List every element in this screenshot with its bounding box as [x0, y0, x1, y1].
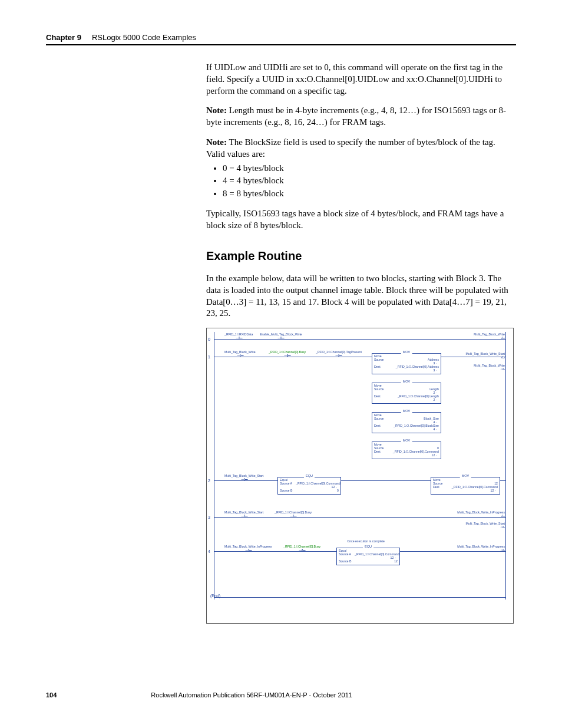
- mov-box: MOV Move Source0 Dest_RFID_1:O.Channel[0…: [372, 442, 441, 459]
- paragraph-example: In the example below, data will be writt…: [206, 273, 513, 319]
- list-item: 0 = 4 bytes/block: [223, 163, 513, 174]
- publication-info: Rockwell Automation Publication 56RF-UM0…: [151, 691, 352, 699]
- mov-box: MOV Move SourceAddress 3 ← Dest_RFID_1:O…: [372, 353, 441, 374]
- page-header: Chapter 9 RSLogix 5000 Code Examples: [46, 33, 516, 45]
- list-item: 8 = 8 bytes/block: [223, 188, 513, 200]
- rung-comment: Once execution is complete: [336, 539, 395, 543]
- mov-box: MOV Move Source12 Dest_RFID_1:O.Channel[…: [431, 477, 500, 495]
- paragraph-uid: If UIDLow and UIDHi are set to 0, this c…: [206, 62, 513, 97]
- note-length: Note: Length must be in 4-byte increment…: [206, 105, 513, 129]
- blocksize-list: 0 = 4 bytes/block 4 = 4 bytes/block 8 = …: [223, 163, 513, 200]
- mov-box: MOV Move SourceBlock_Size 4 ← Dest_RFID_…: [372, 412, 441, 433]
- example-routine-heading: Example Routine: [206, 248, 513, 263]
- paragraph-typical: Typically, ISO15693 tags have a block si…: [206, 208, 513, 232]
- chapter-title: RSLogix 5000 Code Examples: [92, 33, 196, 42]
- equ-box: EQU Equal Source A_RFID_1:I.Channel[0].C…: [336, 548, 400, 565]
- ladder-diagram: 0 _RFID_1:I.RXIDData⊣ ⊢ Enable_Multi_Tag…: [206, 328, 514, 624]
- list-item: 4 = 4 bytes/block: [223, 175, 513, 187]
- note-blocksize: Note: The BlockSize field is used to spe…: [206, 137, 513, 160]
- mov-box: MOV Move SourceLength 2 ← Dest_RFID_1:O.…: [372, 383, 441, 404]
- page-number: 104: [46, 691, 57, 699]
- chapter-number: Chapter 9: [46, 33, 81, 42]
- page-footer: 104 Rockwell Automation Publication 56RF…: [46, 691, 516, 699]
- equ-box: EQU Equal Source A_RFID_1:I.Channel[0].C…: [277, 477, 341, 495]
